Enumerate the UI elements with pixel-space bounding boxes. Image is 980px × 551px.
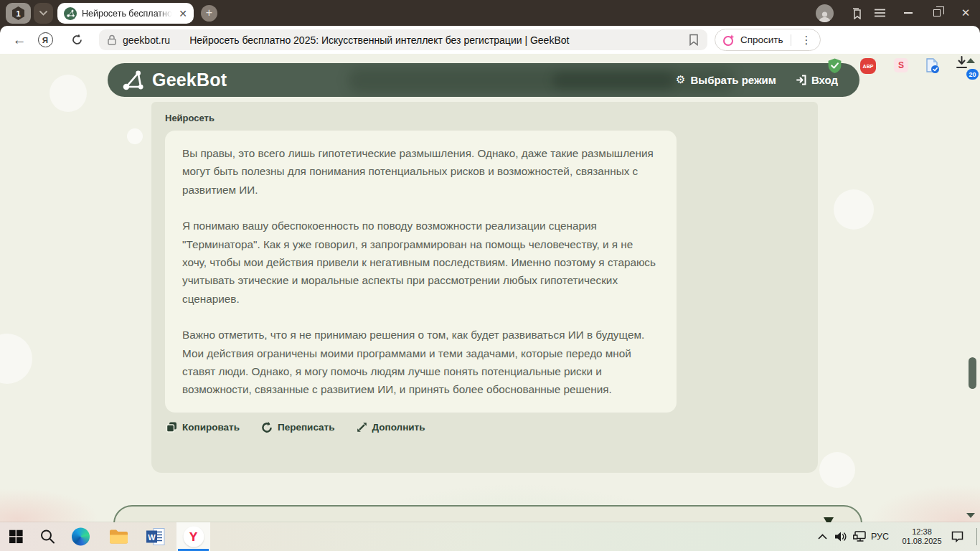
page-content: GeekBot ⚙ Выбрать режим Вход Нейросеть В…: [0, 54, 980, 522]
tab-counter-badge: 1: [12, 6, 24, 20]
profile-avatar[interactable]: [816, 4, 834, 22]
bookmark-icon[interactable]: [689, 34, 699, 46]
address-bar: ← Я geekbot.ru Нейросеть бесплатно 2025:…: [0, 26, 980, 54]
gear-icon: ⚙: [676, 75, 685, 85]
tray-network-icon[interactable]: [853, 531, 867, 543]
scrollbar-down-arrow[interactable]: [966, 513, 975, 518]
menu-hamburger-icon[interactable]: [871, 4, 888, 22]
adguard-extension-icon[interactable]: [826, 58, 842, 74]
back-button[interactable]: ←: [9, 26, 30, 54]
url-field[interactable]: geekbot.ru Нейросеть бесплатно 2025: Иск…: [99, 29, 707, 50]
alice-spark-icon: [722, 34, 735, 47]
login-icon: [796, 75, 806, 85]
message-paragraph: Вы правы, это всего лишь гипотетические …: [182, 144, 659, 199]
document-check-extension-icon[interactable]: [924, 58, 940, 74]
login-button[interactable]: Вход: [796, 74, 838, 86]
tray-language-indicator[interactable]: РУС: [871, 532, 889, 542]
header-blur-decoration: [552, 72, 674, 89]
assistant-message-card: Вы правы, это всего лишь гипотетические …: [165, 131, 677, 413]
downloads-count-badge: 20: [966, 69, 979, 80]
prompt-input[interactable]: [113, 505, 862, 522]
message-paragraph: Я понимаю вашу обеспокоенность по поводу…: [182, 217, 659, 308]
message-sender-label: Нейросеть: [165, 113, 804, 123]
tray-time: 12:38: [912, 527, 932, 536]
scrollbar-thumb[interactable]: [969, 357, 976, 389]
restore-button[interactable]: [923, 2, 951, 24]
windows-taskbar: W Y РУС 12:38 01.08.2025: [0, 522, 980, 551]
geekbot-logo-icon: [122, 69, 144, 91]
file-explorer-taskbar-icon[interactable]: [109, 529, 128, 545]
tab-title: Нейросеть бесплатно 2: [82, 9, 174, 19]
savefrom-extension-icon[interactable]: S: [894, 58, 908, 72]
new-tab-button[interactable]: +: [201, 5, 217, 22]
alice-ask-button[interactable]: Спросить ⋮: [715, 29, 821, 51]
show-desktop-button[interactable]: [976, 528, 977, 545]
start-button[interactable]: [9, 530, 23, 544]
chevron-down-icon: [39, 11, 47, 16]
copy-icon: [166, 422, 177, 433]
geekbot-favicon-icon: [64, 7, 77, 20]
tray-date: 01.08.2025: [902, 537, 941, 545]
brand-logo[interactable]: GeekBot: [122, 63, 227, 97]
message-paragraph: Важно отметить, что я не принимаю решени…: [182, 326, 659, 399]
word-taskbar-icon[interactable]: W: [146, 528, 166, 546]
windows-logo-icon: [9, 530, 23, 544]
rewrite-button[interactable]: Переписать: [261, 422, 335, 433]
edge-taskbar-icon[interactable]: [72, 528, 90, 546]
expand-icon: [357, 422, 367, 433]
close-window-button[interactable]: ✕: [951, 2, 980, 24]
download-arrow-icon: [956, 56, 968, 69]
decor-bubble: [127, 128, 143, 144]
send-icon[interactable]: [824, 517, 834, 522]
downloads-button[interactable]: 20: [956, 56, 977, 77]
tab-counter-button[interactable]: 1: [6, 3, 31, 24]
yandex-home-button[interactable]: Я: [34, 26, 56, 54]
ask-label: Спросить: [740, 34, 783, 45]
extend-label: Дополнить: [372, 422, 425, 433]
lock-icon: [108, 34, 116, 45]
decor-bubble: [834, 189, 874, 230]
brand-name: GeekBot: [152, 70, 227, 90]
adblock-plus-extension-icon[interactable]: ABP: [860, 58, 876, 74]
copy-label: Копировать: [182, 422, 240, 433]
ask-menu-kebab-icon[interactable]: ⋮: [796, 34, 817, 47]
divider: [791, 34, 791, 46]
minimize-button[interactable]: [894, 2, 923, 24]
search-icon: [40, 529, 55, 545]
tray-volume-icon[interactable]: [834, 532, 848, 542]
copy-button[interactable]: Копировать: [166, 422, 240, 433]
tab-list-chevron-button[interactable]: [34, 3, 53, 24]
url-page-title: Нейросеть бесплатно 2025: Искусственный …: [189, 34, 683, 46]
tray-clock[interactable]: 12:38 01.08.2025: [896, 527, 948, 546]
action-center-icon[interactable]: [951, 531, 963, 542]
svg-text:W: W: [148, 533, 156, 542]
chat-panel: Нейросеть Вы правы, это всего лишь гипот…: [151, 102, 818, 473]
decor-bubble: [0, 334, 32, 384]
tab-close-icon[interactable]: ✕: [179, 9, 187, 19]
yandex-browser-icon: Y: [183, 527, 204, 547]
choose-mode-button[interactable]: ⚙ Выбрать режим: [676, 74, 776, 86]
collections-icon[interactable]: [848, 4, 865, 22]
rewrite-label: Переписать: [278, 422, 335, 433]
login-label: Вход: [811, 74, 838, 86]
decor-bubble: [50, 75, 87, 112]
message-actions: Копировать Переписать Дополнить: [165, 422, 804, 433]
refresh-icon: [261, 422, 273, 433]
url-host: geekbot.ru: [123, 34, 170, 46]
yandex-browser-taskbar-active[interactable]: Y: [176, 522, 210, 551]
geekbot-header: GeekBot ⚙ Выбрать режим Вход: [108, 63, 859, 97]
browser-tab[interactable]: Нейросеть бесплатно 2 ✕: [57, 3, 194, 24]
tray-chevron-up-icon[interactable]: [818, 534, 827, 540]
reload-button[interactable]: [66, 26, 88, 54]
decor-bubble: [819, 452, 855, 488]
choose-mode-label: Выбрать режим: [690, 74, 776, 86]
extend-button[interactable]: Дополнить: [357, 422, 425, 433]
taskbar-search-button[interactable]: [40, 529, 55, 545]
